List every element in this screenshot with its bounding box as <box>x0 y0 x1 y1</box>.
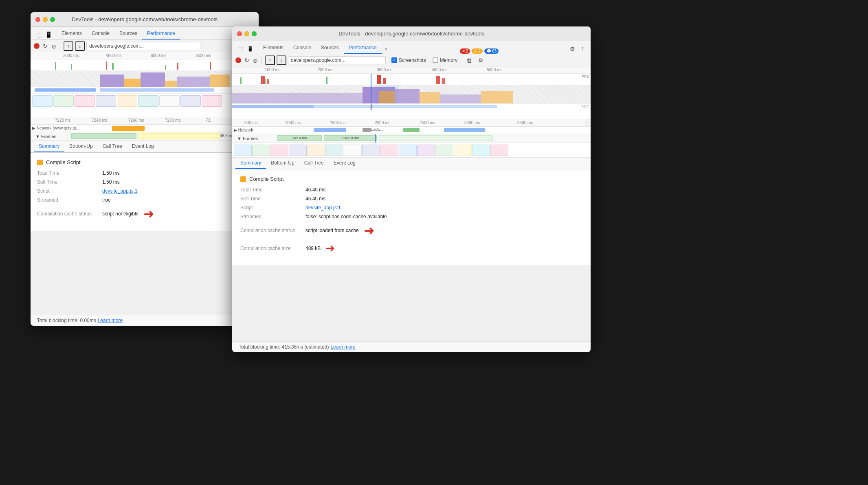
menu-icon-2[interactable]: ⋮ <box>578 44 587 54</box>
window-title-1: DevTools - developers.google.com/web/too… <box>72 16 218 22</box>
ruler2-5000: 5000 ms <box>487 68 502 72</box>
fps-label-2: FPS <box>582 75 589 79</box>
tab-console-2[interactable]: Console <box>288 42 316 54</box>
download-button-1[interactable]: ↓ <box>75 41 85 51</box>
maximize-button-1[interactable] <box>50 17 55 22</box>
download-button-2[interactable]: ↓ <box>277 55 286 65</box>
memory-checkbox-2[interactable]: Memory <box>433 57 457 63</box>
cpu-purple-1 <box>100 75 124 87</box>
screenshot2-2 <box>252 145 270 156</box>
streamed-value-1: true <box>102 197 111 203</box>
panel-tabs-2: Summary Bottom-Up Call Tree Event Log <box>232 158 591 169</box>
panel-tab-eventlog-1[interactable]: Event Log <box>127 141 159 152</box>
panel-tab-bottomup-2[interactable]: Bottom-Up <box>266 158 299 169</box>
compile-header-2: Compile Script <box>240 176 582 182</box>
fps-bar2-2 <box>265 79 266 84</box>
cache-size-row-2: Compilation cache size 489 kB ➜ <box>240 241 582 255</box>
net-label-2: NET <box>582 104 589 108</box>
panel-tab-summary-1[interactable]: Summary <box>34 141 64 152</box>
close-button-2[interactable] <box>237 31 242 36</box>
minimize-button-1[interactable] <box>43 17 48 22</box>
tab-more-2[interactable]: » <box>382 44 391 54</box>
trash-icon-2[interactable]: 🗑 <box>464 55 474 65</box>
status-bar-1: Total blocking time: 0.00ms Learn more <box>31 315 259 326</box>
learn-more-link-2[interactable]: Learn more <box>330 344 355 350</box>
tab-performance-1[interactable]: Performance <box>142 28 180 40</box>
script-row-1: Script devsite_app.js:1 <box>37 188 252 194</box>
record-button-2[interactable] <box>235 57 241 63</box>
scrollbar-2[interactable] <box>585 119 591 126</box>
upload-button-1[interactable]: ↑ <box>64 41 73 51</box>
streamed-row-2: Streamed false: script has code-cache av… <box>240 214 582 219</box>
screenshot-thumb-7 <box>159 95 180 107</box>
sep-3 <box>261 56 262 64</box>
reload-button-2[interactable]: ↻ <box>243 56 251 64</box>
fps-bar-red-1 <box>106 61 107 70</box>
network-label-1: ▶ Network (www.getstat... <box>31 126 79 130</box>
fps-bar2-red-3 <box>377 75 381 84</box>
screenshot2-1 <box>234 145 252 156</box>
streamed-label-1: Streamed <box>37 197 102 203</box>
fps-bar2-red-5 <box>436 76 440 84</box>
checkbox-unchecked-icon-2 <box>433 57 438 63</box>
tab-performance-2[interactable]: Performance <box>344 42 382 54</box>
compile-title-1: Compile Script <box>46 159 81 165</box>
titlebar-2: DevTools - developers.google.com/web/too… <box>232 26 591 41</box>
checkbox-checked-icon-2: ✓ <box>391 57 397 63</box>
self-time-value-1: 1.50 ms <box>102 179 120 185</box>
panel-tab-calltree-1[interactable]: Call Tree <box>98 141 127 152</box>
gear-icon-2[interactable]: ⚙ <box>476 55 486 65</box>
screenshots-checkbox-2[interactable]: ✓ Screenshots <box>391 57 426 63</box>
panel-tab-bottomup-1[interactable]: Bottom-Up <box>64 141 97 152</box>
frame-block-1 <box>71 133 136 139</box>
badge-error-2: ✕ 2 <box>460 48 470 54</box>
cpu-area-2-5 <box>420 92 440 103</box>
tab-console-1[interactable]: Console <box>87 28 114 40</box>
ruler-z-1500: 1500 ms <box>330 121 345 125</box>
status-text-2: Total blocking time: 415.36ms (estimated… <box>239 344 329 350</box>
minimize-button-2[interactable] <box>244 31 249 36</box>
status-bar-2: Total blocking time: 415.36ms (estimated… <box>232 341 591 352</box>
network-block-yellow-1 <box>112 126 145 131</box>
tab-elements-2[interactable]: Elements <box>258 42 288 54</box>
clear-button-1[interactable]: ⊘ <box>51 43 57 49</box>
screenshot2-12 <box>435 145 453 156</box>
ruler-z-1000: 1000 ms <box>285 121 301 125</box>
panel-tab-calltree-2[interactable]: Call Tree <box>299 158 329 169</box>
frames-selection-line-2 <box>375 134 376 143</box>
panel-tab-summary-2[interactable]: Summary <box>235 158 266 169</box>
cpu-area-2-7 <box>481 91 513 103</box>
screenshot2-11 <box>417 145 435 156</box>
window-title-2: DevTools - developers.google.com/web/too… <box>338 31 484 37</box>
learn-more-link-1[interactable]: Learn more <box>98 318 123 323</box>
tab-sources-1[interactable]: Sources <box>114 28 142 40</box>
reload-button-1[interactable]: ↻ <box>41 42 49 50</box>
script-link-1[interactable]: devsite_app.js:1 <box>102 188 138 194</box>
screenshot2-4 <box>289 145 307 156</box>
cpu-area-2-1 <box>232 93 363 103</box>
pointer-icon-1[interactable]: ⬚ <box>34 30 44 40</box>
tab-elements-1[interactable]: Elements <box>57 28 87 40</box>
frames-row-2: ▼ Frames 742.4 ms 1065.8 ms <box>232 134 591 143</box>
self-time-label-2: Self Time <box>240 196 305 202</box>
upload-button-2[interactable]: ↑ <box>265 55 275 65</box>
net-blue-2 <box>100 88 214 92</box>
traffic-lights-2 <box>237 31 257 36</box>
cache-label-1: Compilation cache status <box>37 211 102 217</box>
clear-button-2[interactable]: ⊘ <box>253 57 258 63</box>
script-link-2[interactable]: devsite_app.js:1 <box>305 205 341 211</box>
tab-sources-2[interactable]: Sources <box>316 42 344 54</box>
screenshot-thumb-9 <box>202 95 222 107</box>
settings-icon-2[interactable]: ⚙ <box>568 44 578 54</box>
panel-tab-eventlog-2[interactable]: Event Log <box>329 158 360 169</box>
record-toolbar-1: ↻ ⊘ ↑ ↓ developers.google.com... <box>31 40 259 52</box>
mobile-icon-1[interactable]: 📱 <box>44 30 53 40</box>
mobile-icon-2[interactable]: 📱 <box>245 44 255 54</box>
pointer-icon-2[interactable]: ⬚ <box>235 44 245 54</box>
close-button-1[interactable] <box>35 17 40 22</box>
frame-block-2-2: 1065.8 ms <box>324 135 377 141</box>
record-button-1[interactable] <box>34 43 40 49</box>
frames-label-2: ▼ Frames <box>235 136 258 141</box>
maximize-button-2[interactable] <box>252 31 257 36</box>
ruler2-tick-73: 73... <box>206 118 213 123</box>
